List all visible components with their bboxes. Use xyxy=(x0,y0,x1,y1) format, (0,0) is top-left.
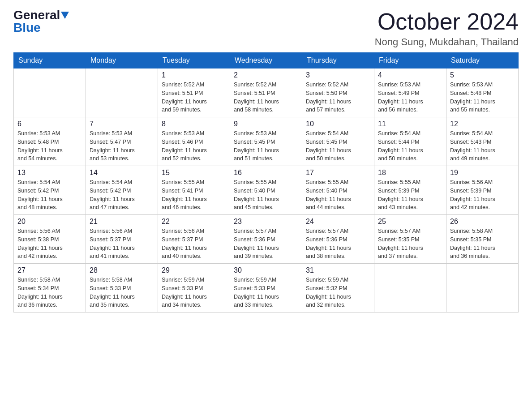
calendar-cell: 4Sunrise: 5:53 AMSunset: 5:49 PMDaylight… xyxy=(374,68,446,117)
calendar-cell: 19Sunrise: 5:56 AMSunset: 5:39 PMDayligh… xyxy=(446,166,519,215)
calendar-cell: 14Sunrise: 5:54 AMSunset: 5:42 PMDayligh… xyxy=(86,166,158,215)
calendar-table: SundayMondayTuesdayWednesdayThursdayFrid… xyxy=(13,52,519,313)
day-info: Sunrise: 5:54 AMSunset: 5:45 PMDaylight:… xyxy=(306,129,370,163)
day-number: 30 xyxy=(234,266,298,274)
calendar-cell: 30Sunrise: 5:59 AMSunset: 5:33 PMDayligh… xyxy=(230,264,302,313)
logo: General Blue xyxy=(13,9,69,34)
calendar-cell: 16Sunrise: 5:55 AMSunset: 5:40 PMDayligh… xyxy=(230,166,302,215)
calendar-week-row: 13Sunrise: 5:54 AMSunset: 5:42 PMDayligh… xyxy=(14,166,519,215)
day-number: 10 xyxy=(306,120,370,128)
calendar-week-row: 20Sunrise: 5:56 AMSunset: 5:38 PMDayligh… xyxy=(14,215,519,264)
day-number: 16 xyxy=(234,169,298,177)
day-number: 24 xyxy=(306,218,370,226)
calendar-cell: 13Sunrise: 5:54 AMSunset: 5:42 PMDayligh… xyxy=(14,166,86,215)
calendar-cell: 23Sunrise: 5:57 AMSunset: 5:36 PMDayligh… xyxy=(230,215,302,264)
calendar-cell: 9Sunrise: 5:53 AMSunset: 5:45 PMDaylight… xyxy=(230,117,302,166)
calendar-cell xyxy=(14,68,86,117)
day-info: Sunrise: 5:57 AMSunset: 5:35 PMDaylight:… xyxy=(378,227,442,261)
column-header-sunday: Sunday xyxy=(14,53,86,68)
column-header-monday: Monday xyxy=(86,53,158,68)
day-number: 8 xyxy=(162,120,226,128)
day-number: 9 xyxy=(234,120,298,128)
column-header-friday: Friday xyxy=(374,53,446,68)
location-text: Nong Sung, Mukdahan, Thailand xyxy=(375,36,519,48)
day-info: Sunrise: 5:58 AMSunset: 5:33 PMDaylight:… xyxy=(90,276,154,309)
calendar-cell: 29Sunrise: 5:59 AMSunset: 5:33 PMDayligh… xyxy=(158,264,230,313)
calendar-cell: 26Sunrise: 5:58 AMSunset: 5:35 PMDayligh… xyxy=(446,215,519,264)
day-info: Sunrise: 5:53 AMSunset: 5:48 PMDaylight:… xyxy=(17,129,82,163)
calendar-cell: 28Sunrise: 5:58 AMSunset: 5:33 PMDayligh… xyxy=(86,264,158,313)
day-number: 14 xyxy=(90,169,154,177)
day-info: Sunrise: 5:56 AMSunset: 5:39 PMDaylight:… xyxy=(450,178,515,212)
day-number: 17 xyxy=(306,169,370,177)
calendar-week-row: 1Sunrise: 5:52 AMSunset: 5:51 PMDaylight… xyxy=(14,68,519,117)
day-number: 21 xyxy=(90,218,154,226)
day-info: Sunrise: 5:55 AMSunset: 5:40 PMDaylight:… xyxy=(234,178,298,212)
calendar-cell: 27Sunrise: 5:58 AMSunset: 5:34 PMDayligh… xyxy=(14,264,86,313)
calendar-cell xyxy=(446,264,519,313)
day-info: Sunrise: 5:53 AMSunset: 5:46 PMDaylight:… xyxy=(162,129,226,163)
day-info: Sunrise: 5:59 AMSunset: 5:33 PMDaylight:… xyxy=(162,276,226,309)
day-info: Sunrise: 5:54 AMSunset: 5:42 PMDaylight:… xyxy=(17,178,82,212)
day-number: 3 xyxy=(306,71,370,79)
day-info: Sunrise: 5:56 AMSunset: 5:37 PMDaylight:… xyxy=(162,227,226,261)
calendar-cell: 5Sunrise: 5:53 AMSunset: 5:48 PMDaylight… xyxy=(446,68,519,117)
calendar-cell: 1Sunrise: 5:52 AMSunset: 5:51 PMDaylight… xyxy=(158,68,230,117)
day-number: 19 xyxy=(450,169,515,177)
calendar-week-row: 27Sunrise: 5:58 AMSunset: 5:34 PMDayligh… xyxy=(14,264,519,313)
day-number: 28 xyxy=(90,266,154,274)
day-number: 6 xyxy=(17,120,82,128)
day-number: 22 xyxy=(162,218,226,226)
day-info: Sunrise: 5:52 AMSunset: 5:51 PMDaylight:… xyxy=(234,81,298,114)
calendar-cell: 10Sunrise: 5:54 AMSunset: 5:45 PMDayligh… xyxy=(302,117,374,166)
day-info: Sunrise: 5:53 AMSunset: 5:49 PMDaylight:… xyxy=(378,81,442,114)
day-number: 13 xyxy=(17,169,82,177)
calendar-cell: 25Sunrise: 5:57 AMSunset: 5:35 PMDayligh… xyxy=(374,215,446,264)
calendar-cell: 11Sunrise: 5:54 AMSunset: 5:44 PMDayligh… xyxy=(374,117,446,166)
column-header-tuesday: Tuesday xyxy=(158,53,230,68)
day-number: 12 xyxy=(450,120,515,128)
calendar-cell: 21Sunrise: 5:56 AMSunset: 5:37 PMDayligh… xyxy=(86,215,158,264)
calendar-cell xyxy=(86,68,158,117)
calendar-cell: 12Sunrise: 5:54 AMSunset: 5:43 PMDayligh… xyxy=(446,117,519,166)
day-number: 31 xyxy=(306,266,370,274)
day-info: Sunrise: 5:58 AMSunset: 5:34 PMDaylight:… xyxy=(17,276,82,309)
day-info: Sunrise: 5:55 AMSunset: 5:40 PMDaylight:… xyxy=(306,178,370,212)
logo-blue-text: Blue xyxy=(13,21,41,34)
calendar-header-row: SundayMondayTuesdayWednesdayThursdayFrid… xyxy=(14,53,519,68)
calendar-cell: 6Sunrise: 5:53 AMSunset: 5:48 PMDaylight… xyxy=(14,117,86,166)
day-info: Sunrise: 5:52 AMSunset: 5:50 PMDaylight:… xyxy=(306,81,370,114)
day-info: Sunrise: 5:59 AMSunset: 5:32 PMDaylight:… xyxy=(306,276,370,309)
calendar-cell: 20Sunrise: 5:56 AMSunset: 5:38 PMDayligh… xyxy=(14,215,86,264)
calendar-cell: 31Sunrise: 5:59 AMSunset: 5:32 PMDayligh… xyxy=(302,264,374,313)
title-section: October 2024 Nong Sung, Mukdahan, Thaila… xyxy=(375,9,519,48)
logo-general-text: General xyxy=(13,9,60,21)
day-info: Sunrise: 5:54 AMSunset: 5:44 PMDaylight:… xyxy=(378,129,442,163)
day-info: Sunrise: 5:52 AMSunset: 5:51 PMDaylight:… xyxy=(162,81,226,114)
calendar-cell: 17Sunrise: 5:55 AMSunset: 5:40 PMDayligh… xyxy=(302,166,374,215)
calendar-cell: 3Sunrise: 5:52 AMSunset: 5:50 PMDaylight… xyxy=(302,68,374,117)
page-header: General Blue October 2024 Nong Sung, Muk… xyxy=(13,9,519,48)
day-info: Sunrise: 5:53 AMSunset: 5:48 PMDaylight:… xyxy=(450,81,515,114)
column-header-saturday: Saturday xyxy=(446,53,519,68)
day-info: Sunrise: 5:54 AMSunset: 5:43 PMDaylight:… xyxy=(450,129,515,163)
day-info: Sunrise: 5:56 AMSunset: 5:38 PMDaylight:… xyxy=(17,227,82,261)
logo-triangle-icon xyxy=(61,12,69,19)
day-number: 15 xyxy=(162,169,226,177)
day-number: 26 xyxy=(450,218,515,226)
day-number: 29 xyxy=(162,266,226,274)
calendar-cell: 8Sunrise: 5:53 AMSunset: 5:46 PMDaylight… xyxy=(158,117,230,166)
day-number: 4 xyxy=(378,71,442,79)
day-info: Sunrise: 5:55 AMSunset: 5:41 PMDaylight:… xyxy=(162,178,226,212)
day-number: 5 xyxy=(450,71,515,79)
calendar-cell: 22Sunrise: 5:56 AMSunset: 5:37 PMDayligh… xyxy=(158,215,230,264)
day-info: Sunrise: 5:58 AMSunset: 5:35 PMDaylight:… xyxy=(450,227,515,261)
day-number: 25 xyxy=(378,218,442,226)
calendar-week-row: 6Sunrise: 5:53 AMSunset: 5:48 PMDaylight… xyxy=(14,117,519,166)
day-info: Sunrise: 5:55 AMSunset: 5:39 PMDaylight:… xyxy=(378,178,442,212)
day-number: 20 xyxy=(17,218,82,226)
calendar-cell: 18Sunrise: 5:55 AMSunset: 5:39 PMDayligh… xyxy=(374,166,446,215)
calendar-cell: 15Sunrise: 5:55 AMSunset: 5:41 PMDayligh… xyxy=(158,166,230,215)
day-info: Sunrise: 5:56 AMSunset: 5:37 PMDaylight:… xyxy=(90,227,154,261)
day-info: Sunrise: 5:59 AMSunset: 5:33 PMDaylight:… xyxy=(234,276,298,309)
